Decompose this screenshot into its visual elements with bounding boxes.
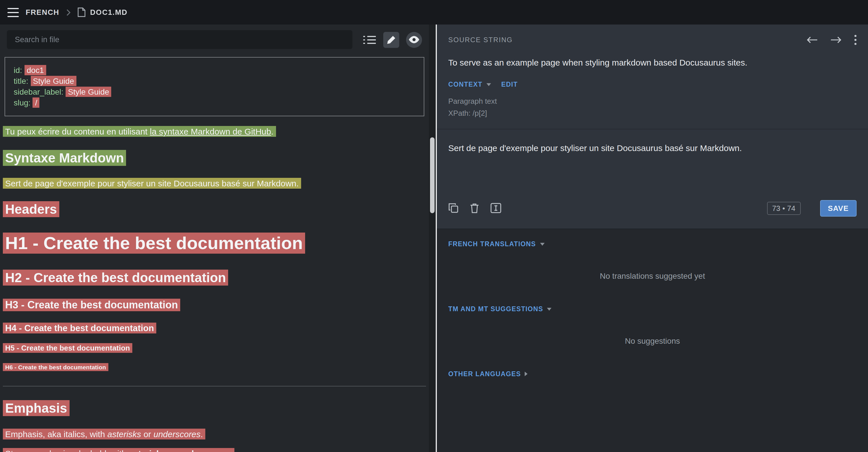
doc-string-frontmatter-id[interactable]: doc1 <box>24 65 46 75</box>
frontmatter-line: sidebar_label: Style Guide <box>14 87 415 97</box>
doc-heading: H4 - Create the best documentation <box>3 323 426 334</box>
chevron-down-icon <box>487 83 491 86</box>
frontmatter-key: id: <box>14 66 22 75</box>
vertical-dots-icon <box>854 35 857 45</box>
breadcrumb-file-label: DOC1.MD <box>90 8 127 17</box>
tm-mt-suggestions-label: TM AND MT SUGGESTIONS <box>448 305 543 312</box>
french-translations-label: FRENCH TRANSLATIONS <box>448 240 536 247</box>
doc-string-emphasis[interactable]: Emphasis, aka italics, with asterisks or… <box>3 428 205 439</box>
doc-paragraph: Tu peux écrire du contenu en utilisant l… <box>3 127 426 137</box>
breadcrumb-file-item[interactable]: DOC1.MD <box>78 7 127 17</box>
more-options-button[interactable] <box>854 35 857 45</box>
search-row <box>0 25 429 54</box>
doc-string-h4[interactable]: H4 - Create the best documentation <box>3 323 156 333</box>
doc-string-h5[interactable]: H5 - Create the best documentation <box>3 344 132 353</box>
doc-string-frontmatter-sidebar-label[interactable]: Style Guide <box>66 87 112 97</box>
doc-heading: Syntaxe Markdown <box>3 150 426 166</box>
frontmatter-key: sidebar_label: <box>14 87 63 96</box>
translation-editor-section: Sert de page d'exemple pour styliser un … <box>437 129 868 229</box>
character-counter: 73 • 74 <box>767 201 801 215</box>
text-direction-button[interactable] <box>491 203 501 213</box>
tm-mt-suggestions-toggle[interactable]: TM AND MT SUGGESTIONS <box>448 305 552 312</box>
edit-mode-button[interactable] <box>383 32 399 47</box>
topbar: FRENCH DOC1.MD <box>0 0 868 25</box>
tm-mt-empty-text: No suggestions <box>448 336 857 346</box>
doc-heading: H2 - Create the best documentation <box>3 269 426 286</box>
strong-text: or <box>166 449 178 452</box>
emphasis-text: or <box>141 429 153 439</box>
doc-string-frontmatter-title[interactable]: Style Guide <box>31 76 76 86</box>
french-translations-toggle[interactable]: FRENCH TRANSLATIONS <box>448 240 545 247</box>
doc-paragraph: Emphasis, aka italics, with asterisks or… <box>3 429 426 440</box>
doc-paragraph: Strong emphasis, aka bold, with asterisk… <box>3 449 426 452</box>
frontmatter-line: slug: / <box>14 97 415 108</box>
doc-string-frontmatter-slug[interactable]: / <box>33 97 40 108</box>
context-toggle[interactable]: CONTEXT <box>448 81 491 88</box>
chevron-right-icon <box>66 9 71 16</box>
text-direction-icon <box>491 203 501 213</box>
doc-heading: H3 - Create the best documentation <box>3 298 426 311</box>
context-xpath-text: XPath: /p[2] <box>448 109 857 118</box>
arrow-left-icon <box>806 36 818 44</box>
strong-bold: asterisks <box>129 449 166 452</box>
search-input[interactable] <box>7 30 352 49</box>
french-translations-empty-text: No translations suggested yet <box>448 271 857 281</box>
emphasis-text: . <box>200 429 203 439</box>
preview-mode-button[interactable] <box>406 32 422 47</box>
arrow-right-icon <box>830 36 842 44</box>
breadcrumb-project[interactable]: FRENCH <box>26 8 59 17</box>
doc-string-emphasis-heading[interactable]: Emphasis <box>3 400 69 416</box>
chevron-right-icon <box>525 372 528 376</box>
emphasis-text: Emphasis, aka italics, with <box>5 429 107 439</box>
doc-string-h1[interactable]: H1 - Create the best documentation <box>3 232 305 254</box>
doc-heading: H6 - Create the best documentation <box>3 363 426 371</box>
other-languages-toggle[interactable]: OTHER LANGUAGES <box>448 370 528 377</box>
other-languages-label: OTHER LANGUAGES <box>448 370 521 377</box>
clear-translation-button[interactable] <box>470 203 479 213</box>
doc-paragraph: Sert de page d'exemple pour styliser un … <box>3 178 426 189</box>
doc-string-h6[interactable]: H6 - Create the best documentation <box>3 363 108 371</box>
context-type-text: Paragraph text <box>448 97 857 105</box>
suggestions-section: FRENCH TRANSLATIONS No translations sugg… <box>437 229 868 452</box>
previous-string-button[interactable] <box>806 36 818 44</box>
doc-string-markdown-heading[interactable]: Syntaxe Markdown <box>3 150 126 166</box>
markdown-syntax-link[interactable]: la syntaxe Markdown de GitHub <box>150 127 271 136</box>
file-icon <box>78 7 86 17</box>
scrollbar-thumb[interactable] <box>430 137 435 213</box>
counter-translation: 74 <box>787 204 795 212</box>
frontmatter-line: title: Style Guide <box>14 76 415 87</box>
emphasis-italic: asterisks <box>107 429 141 439</box>
doc-string-headers-heading[interactable]: Headers <box>3 201 59 218</box>
eye-icon <box>408 36 420 43</box>
counter-separator: • <box>782 204 785 212</box>
edit-context-link[interactable]: EDIT <box>501 81 518 88</box>
frontmatter-line: id: doc1 <box>14 65 415 76</box>
hamburger-menu-icon[interactable] <box>7 8 19 17</box>
left-panel-scrollbar[interactable] <box>429 25 436 452</box>
source-string-label: SOURCE STRING <box>448 36 513 44</box>
chevron-down-icon <box>540 243 545 246</box>
strings-list-button[interactable] <box>362 32 377 47</box>
chevron-down-icon <box>547 308 552 310</box>
copy-icon <box>448 203 459 213</box>
next-string-button[interactable] <box>830 36 842 44</box>
frontmatter-block: id: doc1 title: Style Guide sidebar_labe… <box>5 57 424 116</box>
horizontal-rule <box>3 386 426 386</box>
translation-input[interactable]: Sert de page d'exemple pour styliser un … <box>448 143 857 198</box>
strong-text: . <box>229 449 232 452</box>
strong-text: Strong emphasis, aka bold, with <box>5 449 129 452</box>
copy-source-button[interactable] <box>448 203 459 213</box>
app-window: FRENCH DOC1.MD i <box>0 0 868 452</box>
doc-heading: Emphasis <box>3 400 426 417</box>
intro-text-prefix: Tu peux écrire du contenu en utilisant <box>5 127 150 136</box>
doc-string-h2[interactable]: H2 - Create the best documentation <box>3 269 228 286</box>
doc-string-intro[interactable]: Tu peux écrire du contenu en utilisant l… <box>3 126 276 137</box>
save-button[interactable]: SAVE <box>820 200 857 216</box>
intro-text-suffix: . <box>271 127 274 136</box>
strong-bold: underscores <box>178 449 229 452</box>
doc-string-active[interactable]: Sert de page d'exemple pour styliser un … <box>3 177 301 188</box>
frontmatter-key: slug: <box>14 98 31 107</box>
source-string-text: To serve as an example page when styling… <box>448 58 857 67</box>
doc-string-strong[interactable]: Strong emphasis, aka bold, with asterisk… <box>3 448 235 452</box>
doc-string-h3[interactable]: H3 - Create the best documentation <box>3 298 180 311</box>
